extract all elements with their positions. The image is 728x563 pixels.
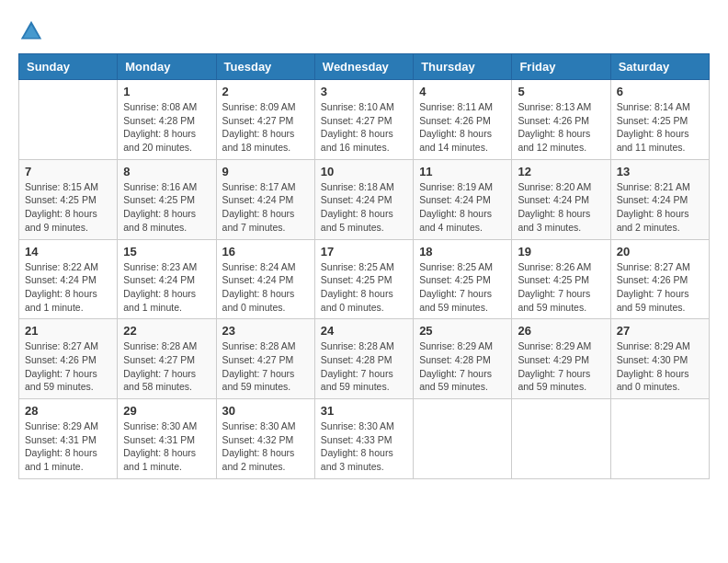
logo-icon — [18, 18, 44, 44]
calendar-cell: 19Sunrise: 8:26 AMSunset: 4:25 PMDayligh… — [512, 239, 610, 319]
day-info: Sunrise: 8:22 AMSunset: 4:24 PMDaylight:… — [25, 260, 111, 315]
calendar-cell: 28Sunrise: 8:29 AMSunset: 4:31 PMDayligh… — [19, 399, 118, 479]
day-info: Sunrise: 8:26 AMSunset: 4:25 PMDaylight:… — [518, 260, 604, 315]
day-info: Sunrise: 8:14 AMSunset: 4:25 PMDaylight:… — [617, 100, 703, 155]
day-info: Sunrise: 8:30 AMSunset: 4:33 PMDaylight:… — [321, 419, 407, 474]
weekday-header: Wednesday — [314, 54, 413, 80]
day-number: 21 — [25, 324, 111, 338]
weekday-header: Tuesday — [216, 54, 314, 80]
day-info: Sunrise: 8:28 AMSunset: 4:27 PMDaylight:… — [123, 339, 210, 394]
day-number: 1 — [123, 85, 210, 98]
calendar-week-row: 28Sunrise: 8:29 AMSunset: 4:31 PMDayligh… — [19, 399, 710, 479]
logo — [18, 18, 48, 44]
calendar-cell — [512, 399, 610, 479]
day-info: Sunrise: 8:27 AMSunset: 4:26 PMDaylight:… — [617, 260, 703, 315]
day-number: 5 — [518, 85, 604, 98]
calendar-cell — [610, 399, 709, 479]
day-number: 30 — [222, 404, 309, 418]
page-header — [18, 18, 710, 44]
calendar-cell: 18Sunrise: 8:25 AMSunset: 4:25 PMDayligh… — [414, 239, 512, 319]
day-info: Sunrise: 8:21 AMSunset: 4:24 PMDaylight:… — [617, 180, 703, 235]
day-info: Sunrise: 8:18 AMSunset: 4:24 PMDaylight:… — [321, 180, 407, 235]
day-info: Sunrise: 8:19 AMSunset: 4:24 PMDaylight:… — [419, 180, 506, 235]
day-number: 28 — [25, 404, 111, 418]
day-info: Sunrise: 8:29 AMSunset: 4:28 PMDaylight:… — [419, 339, 506, 394]
calendar-week-row: 14Sunrise: 8:22 AMSunset: 4:24 PMDayligh… — [19, 239, 710, 319]
calendar-week-row: 21Sunrise: 8:27 AMSunset: 4:26 PMDayligh… — [19, 319, 710, 399]
day-info: Sunrise: 8:13 AMSunset: 4:26 PMDaylight:… — [518, 100, 604, 155]
calendar-cell: 13Sunrise: 8:21 AMSunset: 4:24 PMDayligh… — [610, 159, 709, 239]
weekday-header: Thursday — [414, 54, 512, 80]
calendar-cell — [19, 80, 118, 160]
day-info: Sunrise: 8:16 AMSunset: 4:25 PMDaylight:… — [123, 180, 210, 235]
day-number: 25 — [419, 324, 506, 338]
calendar-cell: 2Sunrise: 8:09 AMSunset: 4:27 PMDaylight… — [216, 80, 314, 160]
day-number: 17 — [321, 245, 407, 259]
day-number: 22 — [123, 324, 210, 338]
day-number: 10 — [321, 165, 407, 178]
calendar-cell: 25Sunrise: 8:29 AMSunset: 4:28 PMDayligh… — [414, 319, 512, 399]
day-info: Sunrise: 8:28 AMSunset: 4:27 PMDaylight:… — [222, 339, 309, 394]
calendar-cell: 10Sunrise: 8:18 AMSunset: 4:24 PMDayligh… — [314, 159, 413, 239]
calendar-cell: 4Sunrise: 8:11 AMSunset: 4:26 PMDaylight… — [414, 80, 512, 160]
day-info: Sunrise: 8:08 AMSunset: 4:28 PMDaylight:… — [123, 100, 210, 155]
calendar-cell: 22Sunrise: 8:28 AMSunset: 4:27 PMDayligh… — [118, 319, 216, 399]
calendar-cell: 12Sunrise: 8:20 AMSunset: 4:24 PMDayligh… — [512, 159, 610, 239]
weekday-header: Friday — [512, 54, 610, 80]
day-info: Sunrise: 8:15 AMSunset: 4:25 PMDaylight:… — [25, 180, 111, 235]
day-info: Sunrise: 8:23 AMSunset: 4:24 PMDaylight:… — [123, 260, 210, 315]
calendar-cell: 6Sunrise: 8:14 AMSunset: 4:25 PMDaylight… — [610, 80, 709, 160]
weekday-header: Monday — [118, 54, 216, 80]
day-number: 8 — [123, 165, 210, 178]
calendar-week-row: 1Sunrise: 8:08 AMSunset: 4:28 PMDaylight… — [19, 80, 710, 160]
day-info: Sunrise: 8:25 AMSunset: 4:25 PMDaylight:… — [321, 260, 407, 315]
calendar-table: SundayMondayTuesdayWednesdayThursdayFrid… — [18, 53, 710, 479]
calendar-cell: 9Sunrise: 8:17 AMSunset: 4:24 PMDaylight… — [216, 159, 314, 239]
day-info: Sunrise: 8:09 AMSunset: 4:27 PMDaylight:… — [222, 100, 309, 155]
calendar-cell: 29Sunrise: 8:30 AMSunset: 4:31 PMDayligh… — [118, 399, 216, 479]
calendar-cell: 14Sunrise: 8:22 AMSunset: 4:24 PMDayligh… — [19, 239, 118, 319]
day-info: Sunrise: 8:30 AMSunset: 4:31 PMDaylight:… — [123, 419, 210, 474]
calendar-header-row: SundayMondayTuesdayWednesdayThursdayFrid… — [19, 54, 710, 80]
day-number: 23 — [222, 324, 309, 338]
day-number: 12 — [518, 165, 604, 178]
calendar-cell: 27Sunrise: 8:29 AMSunset: 4:30 PMDayligh… — [610, 319, 709, 399]
calendar-cell: 16Sunrise: 8:24 AMSunset: 4:24 PMDayligh… — [216, 239, 314, 319]
weekday-header: Sunday — [19, 54, 118, 80]
day-number: 19 — [518, 245, 604, 259]
calendar-cell: 7Sunrise: 8:15 AMSunset: 4:25 PMDaylight… — [19, 159, 118, 239]
calendar-cell: 31Sunrise: 8:30 AMSunset: 4:33 PMDayligh… — [314, 399, 413, 479]
day-info: Sunrise: 8:10 AMSunset: 4:27 PMDaylight:… — [321, 100, 407, 155]
day-info: Sunrise: 8:29 AMSunset: 4:31 PMDaylight:… — [25, 419, 111, 474]
calendar-cell: 23Sunrise: 8:28 AMSunset: 4:27 PMDayligh… — [216, 319, 314, 399]
day-number: 26 — [518, 324, 604, 338]
day-number: 13 — [617, 165, 703, 178]
calendar-cell: 11Sunrise: 8:19 AMSunset: 4:24 PMDayligh… — [414, 159, 512, 239]
day-number: 4 — [419, 85, 506, 98]
day-info: Sunrise: 8:20 AMSunset: 4:24 PMDaylight:… — [518, 180, 604, 235]
day-number: 31 — [321, 404, 407, 418]
day-info: Sunrise: 8:25 AMSunset: 4:25 PMDaylight:… — [419, 260, 506, 315]
day-number: 16 — [222, 245, 309, 259]
calendar-cell: 8Sunrise: 8:16 AMSunset: 4:25 PMDaylight… — [118, 159, 216, 239]
calendar-week-row: 7Sunrise: 8:15 AMSunset: 4:25 PMDaylight… — [19, 159, 710, 239]
day-info: Sunrise: 8:29 AMSunset: 4:30 PMDaylight:… — [617, 339, 703, 394]
day-number: 14 — [25, 245, 111, 259]
calendar-cell: 26Sunrise: 8:29 AMSunset: 4:29 PMDayligh… — [512, 319, 610, 399]
calendar-cell: 3Sunrise: 8:10 AMSunset: 4:27 PMDaylight… — [314, 80, 413, 160]
day-number: 20 — [617, 245, 703, 259]
calendar-cell: 15Sunrise: 8:23 AMSunset: 4:24 PMDayligh… — [118, 239, 216, 319]
day-info: Sunrise: 8:29 AMSunset: 4:29 PMDaylight:… — [518, 339, 604, 394]
day-number: 2 — [222, 85, 309, 98]
day-number: 29 — [123, 404, 210, 418]
calendar-cell: 5Sunrise: 8:13 AMSunset: 4:26 PMDaylight… — [512, 80, 610, 160]
day-number: 15 — [123, 245, 210, 259]
calendar-cell: 30Sunrise: 8:30 AMSunset: 4:32 PMDayligh… — [216, 399, 314, 479]
day-number: 11 — [419, 165, 506, 178]
day-number: 3 — [321, 85, 407, 98]
day-info: Sunrise: 8:17 AMSunset: 4:24 PMDaylight:… — [222, 180, 309, 235]
day-info: Sunrise: 8:24 AMSunset: 4:24 PMDaylight:… — [222, 260, 309, 315]
calendar-cell: 1Sunrise: 8:08 AMSunset: 4:28 PMDaylight… — [118, 80, 216, 160]
day-info: Sunrise: 8:11 AMSunset: 4:26 PMDaylight:… — [419, 100, 506, 155]
calendar-cell — [414, 399, 512, 479]
